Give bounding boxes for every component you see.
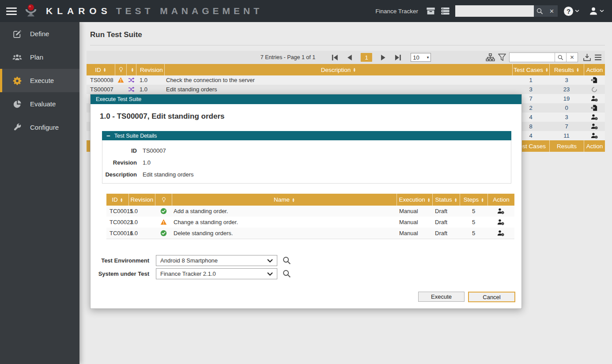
panel-header[interactable]: − Test Suite Details — [102, 131, 511, 140]
panel-title: Test Suite Details — [114, 133, 157, 139]
column-test-cases[interactable]: Test Cases▲▼ — [512, 64, 549, 75]
global-search-input[interactable] — [455, 5, 534, 17]
column-results[interactable]: Results▲▼ — [549, 64, 584, 75]
results-link[interactable]: 7 — [565, 123, 568, 130]
table-row[interactable]: TS00007 1.0 Edit standing orders 3 23 — [87, 85, 605, 94]
page-size-select[interactable]: 10 ▾ — [411, 53, 431, 62]
dialog-title[interactable]: Execute Test Suite — [91, 94, 521, 104]
column-results[interactable]: Results — [549, 140, 584, 152]
gear-icon — [12, 76, 22, 85]
test-case-row[interactable]: TC00016 1.0 Delete standing orders. Manu… — [106, 228, 514, 239]
export-icon[interactable] — [583, 53, 591, 61]
global-search-button[interactable] — [534, 5, 546, 17]
project-name[interactable]: Finance Tracker — [375, 8, 418, 15]
user-gear-icon[interactable] — [591, 114, 598, 120]
results-link[interactable]: 0 — [565, 105, 568, 111]
results-link[interactable]: 3 — [565, 114, 568, 120]
search-icon[interactable] — [283, 256, 291, 265]
shuffle-icon — [128, 86, 135, 93]
run-icon[interactable] — [591, 105, 598, 111]
filter-icon[interactable] — [498, 53, 506, 61]
iterations-icon[interactable] — [441, 7, 450, 15]
table-search-input[interactable] — [510, 53, 555, 62]
user-gear-icon[interactable] — [497, 219, 505, 225]
sort-icon: ▲▼ — [353, 68, 356, 72]
test-cases-link[interactable]: 2 — [529, 105, 532, 111]
table-search-button[interactable] — [555, 53, 566, 62]
test-case-execution: Manual — [397, 219, 432, 225]
user-gear-icon[interactable] — [591, 132, 598, 139]
test-cases-link[interactable]: 3 — [529, 86, 532, 93]
search-icon[interactable] — [283, 270, 291, 278]
menu-icon[interactable] — [6, 8, 17, 15]
sidebar-item-configure[interactable]: Configure — [0, 116, 79, 139]
column-steps[interactable]: Steps▲▼ — [460, 194, 487, 206]
test-case-row[interactable]: TC00023 1.0 Change a standing order. Man… — [106, 217, 514, 228]
cancel-button[interactable]: Cancel — [468, 292, 515, 302]
column-revision[interactable]: Revision — [128, 194, 155, 206]
column-action: Action — [584, 140, 605, 152]
column-type[interactable]: ▲▼ — [126, 64, 136, 75]
system-under-test-select[interactable]: Finance Tracker 2.1.0 — [156, 268, 277, 279]
column-status[interactable]: Status▲▼ — [432, 194, 460, 206]
test-case-name: Change a standing order. — [172, 219, 397, 225]
results-link[interactable]: 23 — [563, 86, 570, 93]
column-description[interactable]: Description▲▼ — [164, 64, 512, 75]
help-menu[interactable]: ? — [564, 7, 579, 16]
user-gear-icon[interactable] — [497, 208, 505, 214]
test-case-id: TC00015 — [106, 208, 128, 214]
first-page-icon[interactable] — [332, 54, 338, 61]
user-gear-icon[interactable] — [497, 230, 505, 236]
topbar: KLAROS TEST MANAGEMENT Finance Tracker ✕… — [0, 0, 612, 22]
test-case-execution: Manual — [397, 208, 432, 214]
global-search: ✕ — [455, 5, 558, 17]
column-execution[interactable]: Execution▲▼ — [397, 194, 432, 206]
klaros-logo — [23, 3, 39, 19]
test-case-row[interactable]: TC00015 1.0 Add a standing order. Manual… — [106, 206, 514, 217]
table-menu-icon[interactable] — [594, 53, 602, 61]
lamp-icon — [118, 67, 124, 73]
sidebar-item-plan[interactable]: Plan — [0, 45, 79, 69]
sort-icon: ▲▼ — [427, 198, 431, 202]
results-link[interactable]: 3 — [565, 77, 568, 83]
column-lamp[interactable] — [115, 64, 126, 75]
close-icon: ✕ — [549, 8, 554, 15]
archive-icon[interactable] — [426, 7, 435, 15]
test-cases-link[interactable]: 4 — [529, 132, 532, 139]
table-row[interactable]: TS00008 1.0 Check the connection to the … — [87, 75, 605, 85]
user-gear-icon[interactable] — [591, 123, 598, 130]
test-case-revision: 1.0 — [128, 219, 155, 225]
user-gear-icon[interactable] — [591, 95, 598, 102]
sidebar-item-evaluate[interactable]: Evaluate — [0, 92, 79, 116]
test-case-table-header: ID▲▼ Revision Name▲▼ Execution▲▼ Status▲… — [106, 194, 514, 206]
column-revision[interactable]: Revision — [136, 64, 164, 75]
sidebar-item-define[interactable]: Define — [0, 22, 79, 45]
last-page-icon[interactable] — [395, 54, 401, 61]
run-icon[interactable] — [591, 77, 598, 83]
sitemap-icon[interactable] — [486, 53, 495, 61]
test-environment-select[interactable]: Android 8 Smartphone — [156, 255, 277, 266]
sidebar-item-execute[interactable]: Execute — [0, 69, 79, 92]
column-lamp[interactable] — [155, 194, 172, 206]
table-header: ID▲▼ ▲▼ Revision Description▲▼ Test Case… — [87, 64, 605, 75]
results-link[interactable]: 19 — [563, 95, 570, 102]
column-id[interactable]: ID▲▼ — [106, 194, 128, 206]
column-id[interactable]: ID▲▼ — [87, 64, 115, 75]
lamp-icon — [161, 197, 166, 203]
column-name[interactable]: Name▲▼ — [172, 194, 397, 206]
test-cases-link[interactable]: 4 — [529, 114, 532, 120]
test-case-steps: 5 — [460, 208, 487, 214]
test-cases-link[interactable]: 7 — [529, 95, 532, 102]
current-page[interactable]: 1 — [361, 53, 372, 62]
results-link[interactable]: 11 — [563, 132, 570, 139]
shuffle-icon — [128, 77, 135, 83]
table-search-clear-button[interactable]: ✕ — [566, 53, 578, 62]
test-environment-label: Test Environment — [91, 257, 149, 264]
user-menu[interactable] — [589, 7, 604, 15]
execute-button[interactable]: Execute — [418, 292, 465, 302]
next-page-icon[interactable] — [380, 54, 387, 61]
test-cases-link[interactable]: 8 — [529, 123, 532, 130]
test-cases-link[interactable]: 1 — [529, 77, 532, 83]
prev-page-icon[interactable] — [346, 54, 353, 61]
global-search-clear-button[interactable]: ✕ — [546, 5, 558, 17]
